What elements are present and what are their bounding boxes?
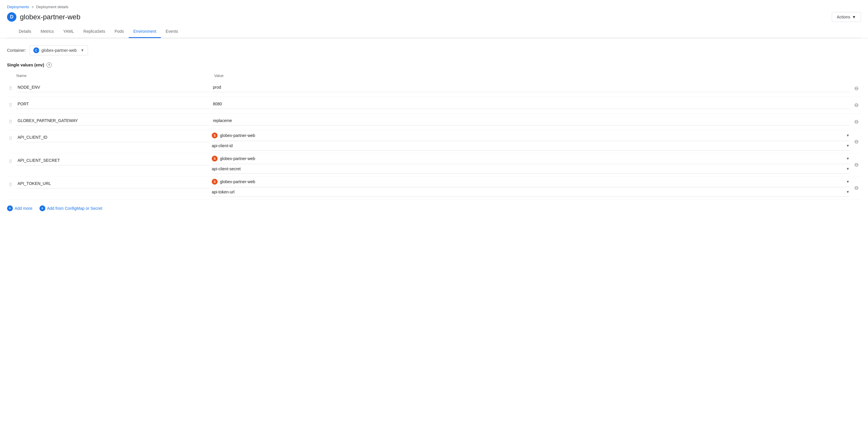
drag-handle-icon[interactable]: ⠿ xyxy=(7,132,14,144)
secret-key-row: api-token-url ▼ xyxy=(212,189,849,197)
breadcrumb-separator: > xyxy=(32,5,34,9)
table-row: ⠿ S globex-partner-web ▼ api-client-secr… xyxy=(7,153,861,176)
main-content: Container: C globex-partner-web ▼ Single… xyxy=(0,38,868,218)
secret-name: globex-partner-web xyxy=(220,156,844,161)
secret-source-row: S globex-partner-web ▼ xyxy=(212,156,849,164)
secret-dropdown-arrow-icon: ▼ xyxy=(846,134,849,138)
add-more-icon: + xyxy=(7,205,13,211)
env-name-cell xyxy=(17,156,209,165)
drag-handle-icon[interactable]: ⠿ xyxy=(7,116,14,127)
env-name-cell xyxy=(17,83,209,92)
secret-key-arrow-icon: ▼ xyxy=(846,190,849,194)
secret-key-arrow-icon: ▼ xyxy=(846,167,849,171)
add-configmap-button[interactable]: + Add from ConfigMap or Secret xyxy=(39,205,102,211)
remove-button[interactable]: ⊖ xyxy=(852,83,861,94)
env-value-input[interactable] xyxy=(212,83,849,92)
remove-button[interactable]: ⊖ xyxy=(852,182,861,194)
env-value-input[interactable] xyxy=(212,116,849,125)
env-name-cell xyxy=(17,179,209,188)
env-name-input[interactable] xyxy=(17,179,209,188)
container-icon: C xyxy=(33,48,39,53)
tab-metrics[interactable]: Metrics xyxy=(36,26,59,38)
remove-button[interactable]: ⊖ xyxy=(852,136,861,147)
drag-handle-icon[interactable]: ⠿ xyxy=(7,179,14,190)
env-value-cell: S globex-partner-web ▼ api-client-id ▼ xyxy=(212,132,849,151)
env-name-input[interactable] xyxy=(17,99,209,109)
secret-icon: S xyxy=(212,156,218,161)
secret-icon: S xyxy=(212,132,218,139)
section-title: Single values (env) ? xyxy=(7,62,861,67)
env-value-cell xyxy=(212,99,849,109)
secret-key-name: api-client-id xyxy=(212,143,844,148)
env-name-input[interactable] xyxy=(17,132,209,142)
title-row: D globex-partner-web Actions ▼ xyxy=(7,12,861,26)
drag-handle-icon[interactable]: ⠿ xyxy=(7,99,14,111)
remove-button[interactable]: ⊖ xyxy=(852,159,861,171)
app-title: D globex-partner-web xyxy=(7,12,81,22)
col-header-value: Value xyxy=(214,73,851,78)
container-label: Container: xyxy=(7,48,26,53)
secret-name: globex-partner-web xyxy=(220,179,844,184)
env-value-cell xyxy=(212,83,849,92)
secret-name: globex-partner-web xyxy=(220,133,844,138)
env-name-cell xyxy=(17,116,209,125)
secret-source-row: S globex-partner-web ▼ xyxy=(212,179,849,187)
secret-key-name: api-token-url xyxy=(212,189,844,194)
secret-key-row: api-client-secret ▼ xyxy=(212,167,849,174)
secret-key-row: api-client-id ▼ xyxy=(212,143,849,151)
tab-pods[interactable]: Pods xyxy=(110,26,129,38)
secret-source-row: S globex-partner-web ▼ xyxy=(212,132,849,141)
container-dropdown-arrow-icon: ▼ xyxy=(81,48,84,52)
secret-icon: S xyxy=(212,179,218,185)
drag-handle-icon[interactable]: ⠿ xyxy=(7,156,14,167)
table-row: ⠿ S globex-partner-web ▼ api-client-id ▼… xyxy=(7,130,861,153)
col-header-name: Name xyxy=(17,73,209,78)
tab-events[interactable]: Events xyxy=(161,26,183,38)
env-name-input[interactable] xyxy=(17,116,209,125)
actions-chevron-icon: ▼ xyxy=(852,14,856,19)
help-icon[interactable]: ? xyxy=(46,62,52,67)
env-name-cell xyxy=(17,99,209,109)
tab-yaml[interactable]: YAML xyxy=(59,26,79,38)
env-value-input[interactable] xyxy=(212,99,849,109)
add-more-label: Add more xyxy=(14,206,32,211)
env-name-input[interactable] xyxy=(17,83,209,92)
container-selector: Container: C globex-partner-web ▼ xyxy=(7,46,861,55)
breadcrumb-parent[interactable]: Deployments xyxy=(7,5,29,9)
remove-button[interactable]: ⊖ xyxy=(852,116,861,127)
env-value-cell: S globex-partner-web ▼ api-token-url ▼ xyxy=(212,179,849,197)
table-row: ⠿ ⊖ xyxy=(7,114,861,130)
app-icon: D xyxy=(7,12,17,22)
add-configmap-icon: + xyxy=(39,205,45,211)
secret-key-arrow-icon: ▼ xyxy=(846,144,849,148)
tab-environment[interactable]: Environment xyxy=(129,26,161,38)
table-row: ⠿ S globex-partner-web ▼ api-token-url ▼… xyxy=(7,176,861,200)
env-name-cell xyxy=(17,132,209,142)
remove-button[interactable]: ⊖ xyxy=(852,99,861,111)
container-dropdown[interactable]: C globex-partner-web ▼ xyxy=(30,46,88,55)
env-value-cell: S globex-partner-web ▼ api-client-secret… xyxy=(212,156,849,174)
secret-dropdown-arrow-icon: ▼ xyxy=(846,156,849,160)
breadcrumb-current: Deployment details xyxy=(36,5,68,9)
section-title-text: Single values (env) xyxy=(7,63,44,67)
add-row: + Add more + Add from ConfigMap or Secre… xyxy=(7,205,861,211)
table-row: ⠿ ⊖ xyxy=(7,97,861,114)
secret-dropdown-arrow-icon: ▼ xyxy=(846,180,849,184)
env-value-cell xyxy=(212,116,849,125)
table-row: ⠿ ⊖ xyxy=(7,80,861,97)
env-name-input[interactable] xyxy=(17,156,209,165)
tabs-bar: Details Metrics YAML ReplicaSets Pods En… xyxy=(7,26,861,38)
env-table-header: Name Value xyxy=(7,73,861,80)
breadcrumb: Deployments > Deployment details xyxy=(7,5,861,9)
secret-key-name: api-client-secret xyxy=(212,167,844,171)
app-name: globex-partner-web xyxy=(20,13,81,21)
tab-replicasets[interactable]: ReplicaSets xyxy=(79,26,110,38)
env-table: Name Value ⠿ ⊖ ⠿ ⊖ ⠿ xyxy=(7,73,861,200)
drag-handle-icon[interactable]: ⠿ xyxy=(7,83,14,94)
add-configmap-label: Add from ConfigMap or Secret xyxy=(47,206,102,211)
container-name: globex-partner-web xyxy=(41,48,79,53)
actions-button[interactable]: Actions ▼ xyxy=(832,12,861,22)
actions-label: Actions xyxy=(837,14,850,19)
add-more-button[interactable]: + Add more xyxy=(7,205,32,211)
tab-details[interactable]: Details xyxy=(14,26,36,38)
